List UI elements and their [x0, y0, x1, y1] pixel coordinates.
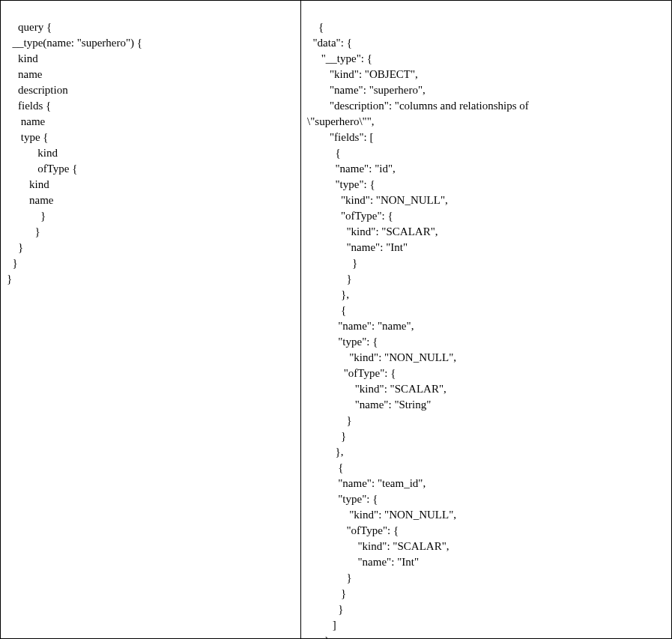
- response-code: { "data": { "__type": { "kind": "OBJECT"…: [307, 21, 529, 638]
- code-table: query { __type(name: "superhero") { kind…: [0, 0, 672, 639]
- query-code: query { __type(name: "superhero") { kind…: [7, 21, 142, 285]
- query-cell: query { __type(name: "superhero") { kind…: [1, 1, 301, 638]
- response-cell: { "data": { "__type": { "kind": "OBJECT"…: [301, 1, 671, 638]
